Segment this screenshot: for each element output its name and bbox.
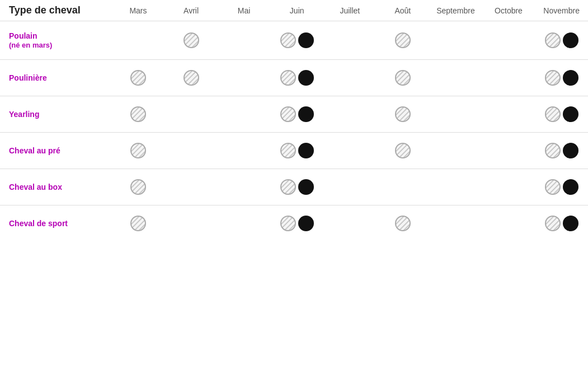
hatched-circle-icon — [280, 106, 296, 122]
horse-name: Cheval au box — [9, 183, 62, 191]
horse-name: Poulain — [9, 31, 37, 40]
solid-circle-icon — [298, 106, 314, 122]
row-label-cheval-box: Cheval au box — [0, 169, 112, 205]
cell-yearling-juillet — [323, 96, 377, 133]
row-label-cheval-sport: Cheval de sport — [0, 205, 112, 242]
hatched-circle-icon — [545, 70, 561, 86]
hatched-circle-icon — [395, 143, 411, 158]
cell-cheval-pre-avril — [164, 133, 218, 169]
cell-pouliniere-octobre — [482, 60, 535, 96]
cell-yearling-aout — [377, 96, 430, 133]
cell-yearling-octobre — [482, 96, 535, 133]
cell-cheval-pre-juin — [270, 133, 323, 169]
hatched-circle-icon — [130, 179, 146, 195]
hatched-circle-icon — [545, 216, 561, 231]
row-label-poulain: Poulain(né en mars) — [0, 21, 112, 60]
cell-cheval-pre-juillet — [323, 133, 377, 169]
hatched-circle-icon — [395, 216, 411, 231]
cell-yearling-juin — [270, 96, 323, 133]
solid-circle-icon — [563, 216, 578, 231]
horse-name: Cheval de sport — [9, 219, 68, 228]
solid-circle-icon — [563, 70, 578, 86]
cell-cheval-box-novembre — [535, 169, 588, 205]
hatched-circle-icon — [395, 32, 411, 48]
cell-pouliniere-mars — [112, 60, 165, 96]
hatched-circle-icon — [395, 106, 411, 122]
cell-yearling-avril — [164, 96, 218, 133]
cell-pouliniere-aout — [377, 60, 430, 96]
horse-name: Cheval au pré — [9, 146, 60, 155]
horse-sublabel: (né en mars) — [9, 41, 52, 49]
hatched-circle-icon — [280, 216, 296, 231]
cell-yearling-septembre — [429, 96, 482, 133]
cell-cheval-sport-septembre — [429, 205, 482, 242]
cell-cheval-box-septembre — [429, 169, 482, 205]
cell-cheval-sport-octobre — [482, 205, 535, 242]
solid-circle-icon — [563, 143, 578, 158]
solid-circle-icon — [298, 32, 314, 48]
table-row: Yearling — [0, 96, 588, 133]
cell-pouliniere-septembre — [429, 60, 482, 96]
cell-cheval-box-juin — [270, 169, 323, 205]
col-mars: Mars — [112, 0, 165, 21]
cell-cheval-sport-juin — [270, 205, 323, 242]
cell-cheval-box-avril — [164, 169, 218, 205]
cell-poulain-septembre — [429, 21, 482, 60]
horse-name: Yearling — [9, 110, 39, 119]
cell-cheval-pre-mars — [112, 133, 165, 169]
hatched-circle-icon — [130, 216, 146, 231]
main-table-container: Type de cheval Mars Avril Mai Juin Juill… — [0, 0, 588, 241]
cell-poulain-novembre — [535, 21, 588, 60]
table-title: Type de cheval — [0, 0, 112, 21]
hatched-circle-icon — [280, 32, 296, 48]
cell-cheval-sport-juillet — [323, 205, 377, 242]
cell-cheval-box-mai — [218, 169, 271, 205]
hatched-circle-icon — [130, 143, 146, 158]
hatched-circle-icon — [545, 106, 561, 122]
table-row: Poulain(né en mars) — [0, 21, 588, 60]
hatched-circle-icon — [280, 143, 296, 158]
cell-poulain-avril — [164, 21, 218, 60]
hatched-circle-icon — [545, 143, 561, 158]
solid-circle-icon — [563, 106, 578, 122]
solid-circle-icon — [298, 179, 314, 195]
cell-cheval-pre-septembre — [429, 133, 482, 169]
cell-cheval-sport-aout — [377, 205, 430, 242]
schedule-table: Type de cheval Mars Avril Mai Juin Juill… — [0, 0, 588, 241]
cell-cheval-sport-avril — [164, 205, 218, 242]
cell-pouliniere-avril — [164, 60, 218, 96]
cell-cheval-pre-aout — [377, 133, 430, 169]
hatched-circle-icon — [130, 70, 146, 86]
solid-circle-icon — [563, 179, 578, 195]
solid-circle-icon — [298, 216, 314, 231]
cell-cheval-sport-mai — [218, 205, 271, 242]
solid-circle-icon — [298, 143, 314, 158]
col-avril: Avril — [164, 0, 218, 21]
cell-cheval-pre-mai — [218, 133, 271, 169]
cell-poulain-juin — [270, 21, 323, 60]
cell-poulain-aout — [377, 21, 430, 60]
table-row: Cheval au box — [0, 169, 588, 205]
cell-cheval-box-octobre — [482, 169, 535, 205]
col-juin: Juin — [270, 0, 323, 21]
row-label-pouliniere: Poulinière — [0, 60, 112, 96]
hatched-circle-icon — [184, 70, 199, 86]
cell-yearling-novembre — [535, 96, 588, 133]
cell-cheval-pre-octobre — [482, 133, 535, 169]
horse-name: Poulinière — [9, 73, 47, 82]
cell-pouliniere-novembre — [535, 60, 588, 96]
hatched-circle-icon — [545, 32, 561, 48]
hatched-circle-icon — [545, 179, 561, 195]
table-row: Cheval de sport — [0, 205, 588, 242]
hatched-circle-icon — [395, 70, 411, 86]
cell-cheval-sport-mars — [112, 205, 165, 242]
hatched-circle-icon — [280, 70, 296, 86]
cell-yearling-mars — [112, 96, 165, 133]
cell-poulain-mai — [218, 21, 271, 60]
col-mai: Mai — [218, 0, 271, 21]
cell-cheval-box-aout — [377, 169, 430, 205]
cell-pouliniere-juin — [270, 60, 323, 96]
cell-yearling-mai — [218, 96, 271, 133]
cell-cheval-sport-novembre — [535, 205, 588, 242]
row-label-yearling: Yearling — [0, 96, 112, 133]
